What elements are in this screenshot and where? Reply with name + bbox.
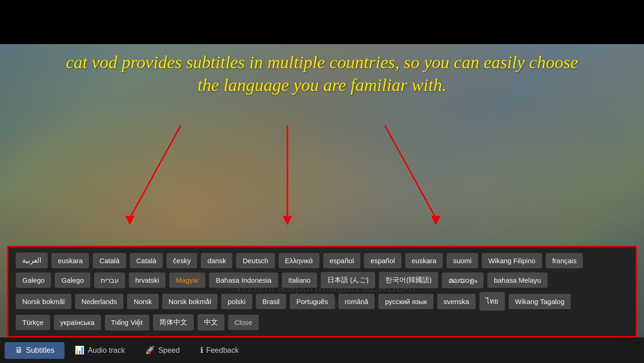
lang-btn-espanol2[interactable]: español — [364, 253, 402, 268]
lang-btn-galego1[interactable]: Galego — [16, 272, 51, 288]
audio-track-icon: 📊 — [75, 345, 84, 355]
lang-btn-wikang-filipino[interactable]: Wikang Filipino — [482, 253, 542, 268]
lang-btn-malayalam[interactable]: മലയാളം — [442, 272, 484, 288]
lang-btn-deutsch[interactable]: Deutsch — [236, 253, 274, 268]
lang-btn-close[interactable]: Close — [228, 315, 259, 330]
title-line2: the language you are familiar with. — [198, 75, 446, 95]
subtitle-panel: العربية euskara Català Català česky dans… — [8, 247, 636, 336]
lang-btn-suomi[interactable]: suomi — [446, 253, 478, 268]
lang-btn-arabic[interactable]: العربية — [16, 253, 48, 268]
title-overlay: cat vod provides subtitles in multiple c… — [48, 51, 596, 97]
toolbar-audio-track[interactable]: 📊 Audio track — [64, 342, 135, 359]
lang-btn-norsk-bokmal1[interactable]: Norsk bokmål — [16, 294, 71, 309]
svg-line-0 — [130, 125, 181, 218]
lang-btn-nederlands[interactable]: Nederlands — [75, 294, 124, 309]
lang-btn-francais[interactable]: français — [546, 253, 583, 268]
svg-marker-1 — [125, 216, 134, 225]
toolbar-subtitles[interactable]: 🖥 Subtitles — [5, 342, 64, 359]
lang-btn-chinese[interactable]: 中文 — [198, 314, 224, 331]
lang-btn-euskara2[interactable]: euskara — [405, 253, 443, 268]
lang-btn-bahasa-indonesia[interactable]: Bahasa Indonesia — [209, 272, 278, 288]
subtitle-row-3: Norsk bokmål Nederlands Norsk Norsk bokm… — [16, 292, 628, 311]
lang-btn-romana[interactable]: română — [338, 294, 375, 309]
lang-btn-russian[interactable]: русский язык — [378, 294, 433, 309]
subtitle-row-2: Galego Galego עברית hrvatski Magyar Baha… — [16, 272, 628, 288]
lang-btn-catala1[interactable]: Català — [93, 253, 126, 268]
audio-track-label: Audio track — [88, 346, 125, 355]
toolbar-feedback[interactable]: ℹ Feedback — [190, 342, 249, 359]
bottom-toolbar: 🖥 Subtitles 📊 Audio track 🚀 Speed ℹ Feed… — [0, 337, 644, 363]
svg-line-4 — [385, 125, 436, 218]
lang-btn-ukrainian[interactable]: українська — [54, 315, 101, 330]
top-bar — [0, 0, 644, 44]
lang-btn-italiano[interactable]: Italiano — [282, 272, 317, 288]
lang-btn-euskara1[interactable]: euskara — [51, 253, 89, 268]
subtitle-panel-wrapper: العربية euskara Català Català česky dans… — [7, 246, 637, 337]
lang-btn-portugues[interactable]: Português — [290, 294, 334, 309]
lang-btn-cesky[interactable]: česky — [166, 253, 197, 268]
lang-btn-greek[interactable]: Ελληνικά — [279, 253, 319, 268]
lang-btn-thai[interactable]: ไทย — [479, 292, 505, 311]
lang-btn-catala2[interactable]: Català — [130, 253, 163, 268]
speed-label: Speed — [158, 346, 179, 355]
arrows-svg — [0, 125, 644, 232]
lang-btn-polski[interactable]: polski — [221, 294, 252, 309]
lang-btn-vietnamese[interactable]: Tiếng Việt — [105, 315, 149, 331]
arrows-container — [0, 125, 644, 232]
lang-btn-svenska[interactable]: svenska — [437, 294, 476, 309]
lang-btn-brasil[interactable]: Brasil — [256, 294, 287, 309]
lang-btn-hebrew[interactable]: עברית — [94, 272, 125, 288]
lang-btn-espanol1[interactable]: español — [323, 253, 361, 268]
lang-btn-simplified-chinese[interactable]: 简体中文 — [153, 314, 194, 331]
title-line1: cat vod provides subtitles in multiple c… — [66, 52, 578, 72]
subtitle-row-4: Türkçe українська Tiếng Việt 简体中文 中文 Clo… — [16, 314, 628, 331]
feedback-icon: ℹ — [200, 345, 203, 355]
lang-btn-hrvatski[interactable]: hrvatski — [129, 272, 166, 288]
svg-marker-5 — [431, 216, 440, 225]
lang-btn-wikang-tagalog[interactable]: Wikang Tagalog — [509, 294, 571, 309]
lang-btn-dansk[interactable]: dansk — [201, 253, 232, 268]
lang-btn-turkish[interactable]: Türkçe — [16, 315, 50, 330]
lang-btn-norsk[interactable]: Norsk — [127, 294, 158, 309]
lang-btn-japanese[interactable]: 日本語 (んご) — [321, 272, 375, 288]
subtitles-icon: 🖥 — [15, 346, 23, 355]
subtitle-row-1: العربية euskara Català Català česky dans… — [16, 253, 628, 268]
subtitles-label: Subtitles — [26, 346, 54, 355]
lang-btn-magyar[interactable]: Magyar — [169, 272, 205, 288]
lang-btn-galego2[interactable]: Galego — [55, 272, 90, 288]
feedback-label: Feedback — [206, 346, 239, 355]
toolbar-speed[interactable]: 🚀 Speed — [135, 342, 190, 359]
lang-btn-norsk-bokmal2[interactable]: Norsk bokmål — [162, 294, 218, 309]
lang-btn-bahasa-melayu[interactable]: bahasa Melayu — [487, 272, 548, 288]
svg-marker-3 — [283, 216, 292, 225]
lang-btn-korean[interactable]: 한국어(韓國語) — [379, 272, 438, 288]
speed-icon: 🚀 — [145, 345, 155, 355]
